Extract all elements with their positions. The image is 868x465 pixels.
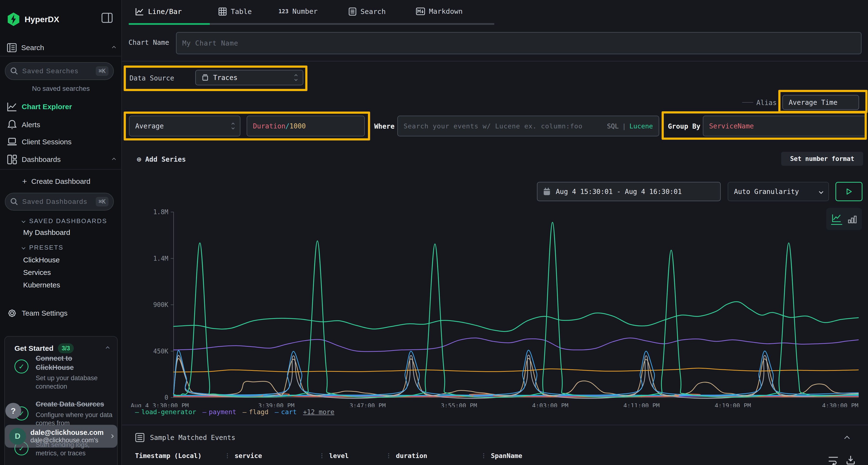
alias-input[interactable]: Average Time [782, 95, 859, 110]
presets-header: PRESETS [29, 244, 63, 251]
sidebar-item-my-dashboard[interactable]: My Dashboard [23, 228, 70, 237]
saved-dashboards-placeholder: Saved Dashboards [22, 198, 87, 205]
sidebar-item-team-settings[interactable]: Team Settings [7, 308, 67, 319]
sidebar-item-kubernetes[interactable]: Kubernetes [23, 281, 60, 289]
get-started-item-title: Connect to ClickHouse [36, 354, 108, 372]
sidebar-item-label: Alerts [22, 121, 40, 129]
get-started-item[interactable]: Connect to ClickHouse Set up your databa… [36, 354, 108, 391]
timeseries-chart[interactable]: 0450K900K1.4M1.8MAug 4 3:30:00 PM3:39:00… [130, 207, 868, 407]
where-label: Where [374, 122, 395, 130]
svg-text:0: 0 [164, 394, 168, 401]
plus-circle-icon: ⊕ [137, 155, 141, 164]
expression-number: 1000 [289, 122, 306, 130]
chart-legend: —load-generator—payment—flagd—cart+12 mo… [135, 408, 334, 416]
data-source-select[interactable]: Traces [195, 70, 303, 85]
chevron-down-icon [22, 219, 26, 223]
sidebar-item-chart-explorer[interactable]: Chart Explorer [7, 102, 72, 112]
column-header[interactable]: duration [396, 452, 481, 460]
sql-toggle[interactable]: SQL [607, 122, 619, 130]
collapse-sidebar-icon[interactable] [101, 12, 113, 23]
collapse-section-icon[interactable] [844, 436, 850, 441]
no-saved-searches-text: No saved searches [0, 85, 122, 93]
aggregation-expression-input[interactable]: Duration/1000 [247, 115, 365, 136]
legend-more-link[interactable]: +12 more [303, 408, 334, 416]
data-source-label: Data Source [129, 74, 174, 82]
alias-value: Average Time [789, 99, 837, 106]
tab-search[interactable]: Search [348, 7, 386, 16]
user-account-chip[interactable]: D dale@clickhouse.com dale@clickhouse.co… [5, 425, 117, 447]
app-title: HyperDX [25, 15, 59, 24]
alias-connector-line [742, 102, 753, 103]
column-resize-handle[interactable]: ⋮ [224, 454, 230, 457]
shortcut-badge: ⌘K [96, 66, 108, 76]
search-doc-icon [348, 7, 356, 16]
tab-underline-active [129, 23, 210, 25]
legend-item[interactable]: —cart [275, 408, 297, 416]
saved-dashboards-group[interactable]: SAVED DASHBOARDS [22, 217, 107, 225]
tab-number[interactable]: 123 Number [278, 7, 317, 15]
column-header[interactable]: Timestamp (Local) [135, 452, 224, 460]
sidebar-item-services[interactable]: Services [23, 268, 51, 276]
get-started-item-sub: Set up your database connection [36, 374, 108, 391]
calendar-icon [543, 188, 551, 196]
tab-table[interactable]: Table [218, 7, 252, 16]
column-header[interactable]: service [235, 452, 319, 460]
column-resize-handle[interactable]: ⋮ [386, 454, 392, 457]
chevron-down-icon [819, 189, 823, 194]
legend-item[interactable]: —payment [203, 408, 236, 416]
lucene-toggle[interactable]: Lucene [629, 122, 653, 130]
wrap-text-icon[interactable] [828, 455, 839, 465]
svg-text:3:39:00 PM: 3:39:00 PM [258, 402, 294, 407]
alias-label: Alias [756, 99, 777, 107]
aggregation-select[interactable]: Average [129, 115, 240, 136]
group-by-value: ServiceName [709, 122, 754, 130]
time-range-picker[interactable]: Aug 4 15:30:01 - Aug 4 16:30:01 [537, 182, 721, 201]
svg-text:4:30:00 PM: 4:30:00 PM [822, 402, 858, 407]
granularity-select[interactable]: Auto Granularity [728, 182, 829, 201]
svg-text:1.4M: 1.4M [153, 255, 168, 262]
sidebar-item-label: Chart Explorer [22, 103, 72, 111]
help-button[interactable]: ? [5, 403, 21, 419]
chevron-up-icon [112, 46, 116, 49]
sidebar-item-alerts[interactable]: Alerts [7, 120, 40, 130]
sidebar-item-dashboards[interactable]: Dashboards [7, 154, 115, 165]
get-started-header[interactable]: Get Started 3/3 [14, 343, 109, 353]
expression-field: Duration [253, 122, 285, 130]
where-input[interactable]: Search your events w/ Lucene ex. column:… [397, 115, 659, 136]
download-icon[interactable] [845, 455, 856, 465]
laptop-icon [7, 137, 18, 147]
get-started-item-title: Create Data Sources [36, 400, 113, 409]
app-logo: HyperDX [7, 12, 59, 27]
team-settings-label: Team Settings [22, 309, 67, 317]
sidebar-section-search[interactable]: Search [7, 43, 115, 53]
presets-group[interactable]: PRESETS [22, 244, 63, 251]
gear-icon [7, 308, 18, 319]
query-language-toggle[interactable]: SQL | Lucene [607, 122, 653, 130]
legend-item[interactable]: —flagd [243, 408, 269, 416]
tab-line-bar[interactable]: Line/Bar [135, 7, 182, 16]
run-query-button[interactable] [835, 182, 863, 201]
add-series-button[interactable]: ⊕ Add Series [137, 155, 186, 164]
chevron-up-icon [106, 346, 110, 350]
tab-markdown[interactable]: Markdown [416, 7, 463, 15]
add-series-label: Add Series [145, 156, 186, 163]
create-dashboard-button[interactable]: + Create Dashboard [22, 176, 90, 186]
get-started-item[interactable]: Create Data Sources Configure where your… [36, 400, 113, 427]
sidebar-item-clickhouse[interactable]: ClickHouse [23, 256, 60, 264]
column-resize-handle[interactable]: ⋮ [319, 454, 325, 457]
group-by-input[interactable]: ServiceName [703, 115, 866, 136]
column-header[interactable]: SpanName [491, 452, 522, 460]
column-resize-handle[interactable]: ⋮ [481, 454, 487, 457]
play-icon [845, 188, 852, 195]
set-number-format-button[interactable]: Set number format [781, 152, 863, 166]
legend-item[interactable]: —load-generator [135, 408, 196, 416]
chart-name-input[interactable]: My Chart Name [176, 32, 862, 54]
svg-text:900K: 900K [153, 301, 168, 308]
saved-searches-input[interactable]: Saved Searches ⌘K [5, 62, 114, 80]
search-icon [10, 198, 18, 206]
sidebar-item-client-sessions[interactable]: Client Sessions [7, 137, 72, 147]
svg-text:3:47:00 PM: 3:47:00 PM [349, 402, 386, 407]
plus-icon: + [22, 176, 27, 186]
column-header[interactable]: level [329, 452, 386, 460]
saved-dashboards-input[interactable]: Saved Dashboards ⌘K [5, 193, 114, 210]
